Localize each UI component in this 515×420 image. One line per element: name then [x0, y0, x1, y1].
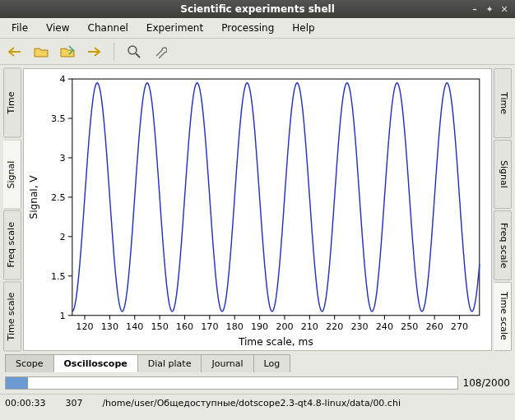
- bottom-tab-dial-plate[interactable]: Dial plate: [137, 354, 202, 372]
- status-time: 00:00:33: [5, 398, 45, 408]
- svg-point-0: [128, 46, 137, 54]
- close-button[interactable]: ✕: [499, 3, 510, 15]
- menu-channel[interactable]: Channel: [80, 20, 137, 36]
- menu-view[interactable]: View: [38, 20, 77, 36]
- bottom-tab-bar: ScopeOscilloscopeDial plateJournalLog: [0, 351, 515, 372]
- back-icon[interactable]: [5, 42, 25, 62]
- svg-text:180: 180: [226, 321, 244, 332]
- svg-text:220: 220: [326, 321, 343, 332]
- menu-processing[interactable]: Processing: [213, 20, 282, 36]
- left-tab-time[interactable]: Time: [3, 68, 21, 138]
- right-tab-time[interactable]: Time: [494, 68, 512, 138]
- status-count: 307: [65, 398, 82, 408]
- bottom-tab-journal[interactable]: Journal: [201, 354, 253, 372]
- menu-help[interactable]: Help: [284, 20, 322, 36]
- svg-text:Time scale, ms: Time scale, ms: [238, 336, 313, 348]
- svg-text:4: 4: [60, 74, 66, 85]
- menu-bar: FileViewChannelExperimentProcessingHelp: [0, 18, 515, 39]
- svg-text:200: 200: [276, 321, 293, 332]
- svg-text:230: 230: [350, 321, 368, 332]
- menu-file[interactable]: File: [3, 20, 36, 36]
- bottom-tab-oscilloscope[interactable]: Oscilloscope: [53, 354, 138, 372]
- svg-text:270: 270: [451, 321, 468, 332]
- left-tab-signal[interactable]: Signal: [3, 140, 21, 210]
- right-tab-signal[interactable]: Signal: [494, 140, 512, 210]
- svg-text:2: 2: [60, 232, 66, 242]
- svg-line-1: [136, 53, 140, 58]
- toolbar: [0, 39, 515, 65]
- forward-icon[interactable]: [84, 42, 104, 62]
- window-title: Scientific experiments shell: [0, 3, 515, 15]
- zoom-icon[interactable]: [124, 42, 144, 62]
- svg-text:150: 150: [151, 321, 168, 332]
- status-path: /home/user/Общедоступные/dotscope2.3-qt4…: [102, 398, 401, 408]
- progress-bar[interactable]: [5, 376, 458, 390]
- tool-icon[interactable]: [151, 42, 170, 62]
- svg-text:160: 160: [176, 321, 193, 332]
- svg-text:250: 250: [401, 321, 418, 332]
- svg-text:120: 120: [76, 321, 93, 332]
- progress-label: 108/2000: [463, 377, 511, 389]
- menu-experiment[interactable]: Experiment: [138, 20, 211, 36]
- svg-rect-2: [72, 79, 480, 316]
- svg-text:170: 170: [201, 321, 218, 332]
- save-icon[interactable]: [58, 42, 77, 62]
- svg-text:140: 140: [126, 321, 143, 332]
- toolbar-separator: [114, 43, 114, 61]
- bottom-tab-log[interactable]: Log: [253, 354, 291, 372]
- svg-text:3: 3: [60, 153, 66, 164]
- svg-text:Signal, V: Signal, V: [28, 175, 39, 219]
- minimize-button[interactable]: –: [469, 3, 480, 15]
- svg-text:240: 240: [376, 321, 393, 332]
- svg-text:260: 260: [425, 321, 443, 332]
- svg-text:1: 1: [60, 311, 66, 321]
- chart-area[interactable]: 1201301401501601701801902002102202302402…: [23, 68, 492, 351]
- left-tab-time-scale[interactable]: Time scale: [3, 282, 21, 352]
- left-tab-freq-scale[interactable]: Freq scale: [3, 210, 21, 280]
- svg-text:1.5: 1.5: [51, 271, 66, 282]
- bottom-tab-scope[interactable]: Scope: [5, 354, 54, 372]
- svg-text:190: 190: [251, 321, 268, 332]
- right-tab-freq-scale[interactable]: Freq scale: [494, 210, 512, 280]
- svg-text:210: 210: [301, 321, 318, 332]
- svg-text:3.5: 3.5: [51, 113, 66, 124]
- svg-text:130: 130: [101, 321, 118, 332]
- svg-text:2.5: 2.5: [51, 192, 66, 203]
- maximize-button[interactable]: ✦: [484, 3, 495, 15]
- right-tab-time-scale[interactable]: Time scale: [494, 282, 512, 352]
- open-folder-icon[interactable]: [31, 42, 51, 62]
